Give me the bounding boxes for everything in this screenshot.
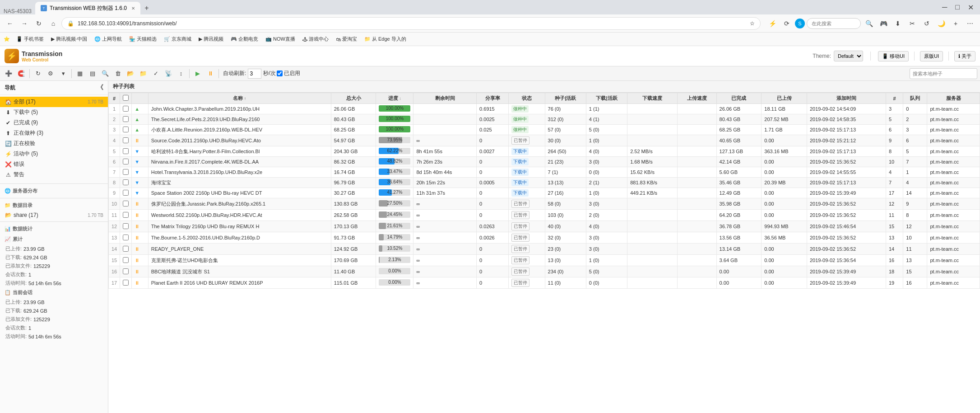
extensions-icon[interactable]: ⚡ <box>766 17 779 30</box>
torrent-name[interactable]: 海绵宝宝 <box>148 178 331 188</box>
move-button[interactable]: 📂 <box>125 68 136 79</box>
game-icon[interactable]: 🎮 <box>877 17 890 30</box>
row-checkbox-cell[interactable] <box>120 104 132 114</box>
close-button[interactable]: ✕ <box>965 3 976 12</box>
forward-button[interactable]: → <box>18 17 31 30</box>
refresh-2-icon[interactable]: ↺ <box>920 17 933 30</box>
theme-select[interactable]: Default <box>834 51 863 61</box>
menu-icon[interactable]: ⋯ <box>964 17 976 30</box>
bookmark-tmall[interactable]: 🏪天猫精选 <box>126 35 159 43</box>
col-status[interactable]: 状态 <box>509 93 545 104</box>
priority-button[interactable]: ↕ <box>175 68 187 79</box>
row-checkbox[interactable] <box>123 223 129 229</box>
download-icon[interactable]: ⬇ <box>892 17 904 30</box>
address-bar[interactable]: 🔒 192.168.50.103:49091/transmission/web/… <box>61 17 761 30</box>
local-search-input[interactable] <box>910 68 977 79</box>
sidebar-item-error[interactable]: ❌ 错误 <box>0 159 108 169</box>
minimize-button[interactable]: ─ <box>939 3 950 12</box>
col-server[interactable]: 服务器 <box>927 93 980 104</box>
more-options-button[interactable]: ▾ <box>57 68 69 79</box>
table-row[interactable]: 1 ▲ John.Wick.Chapter.3.Parabellum.2019.… <box>109 104 980 114</box>
col-ul-speed[interactable]: 上传速度 <box>677 93 716 104</box>
torrent-name[interactable]: Nirvana.in.Fire.II.2017.Complete.4K.WEB-… <box>148 157 331 167</box>
remove-button[interactable]: 🗑 <box>112 68 124 79</box>
row-checkbox[interactable] <box>123 179 129 185</box>
add-magnet-button[interactable]: 🧲 <box>15 68 27 79</box>
row-checkbox-cell[interactable] <box>120 167 132 178</box>
row-checkbox-cell[interactable] <box>120 210 132 221</box>
row-checkbox-cell[interactable] <box>120 135 132 146</box>
col-size[interactable]: 总大小 <box>331 93 376 104</box>
sidebar-item-seeding[interactable]: ⬆ 正在做种 (3) <box>0 128 108 138</box>
refresh-nav-icon[interactable]: ⟳ <box>780 17 793 30</box>
col-dl-speed[interactable]: 下载速度 <box>627 93 678 104</box>
row-checkbox-cell[interactable] <box>120 114 132 125</box>
torrent-name[interactable]: Source.Code.2011.2160p.UHD.BluRay.HEVC.A… <box>148 135 331 146</box>
table-row[interactable]: 11 ⏸ Westworld.S02.2160p.UHD.BluRay.HDR.… <box>109 210 980 221</box>
col-queue-order[interactable]: 队列 <box>903 93 927 104</box>
torrent-name[interactable]: Space Station 2002 2160p UHD Blu-ray HEV… <box>148 188 331 198</box>
sidebar-collapse-button[interactable]: 《 <box>97 84 103 92</box>
bookmark-nav[interactable]: 🌐上网导航 <box>92 35 125 43</box>
bookmark-gaming[interactable]: 🎮企鹅电竞 <box>228 35 261 43</box>
torrent-name[interactable]: 侏罗纪公园合集.Jurassic.Park.BluRay.2160p.x265.… <box>148 198 331 210</box>
torrent-name[interactable]: READY_PLAYER_ONE <box>148 244 331 255</box>
bookmark-taobao[interactable]: 🛍爱淘宝 <box>333 35 360 43</box>
row-checkbox[interactable] <box>123 201 129 206</box>
table-row[interactable]: 6 ▼ Nirvana.in.Fire.II.2017.Complete.4K.… <box>109 157 980 167</box>
search-input[interactable] <box>807 18 861 29</box>
maximize-button[interactable]: □ <box>952 3 962 12</box>
share-icon[interactable]: ✂ <box>906 17 919 30</box>
torrent-name[interactable]: 小欢喜.A.Little.Reunion.2019.2160p.WEB-DL.H… <box>148 125 331 135</box>
row-checkbox-cell[interactable] <box>120 277 132 289</box>
open-folder-button[interactable]: 📁 <box>137 68 149 79</box>
table-row[interactable]: 5 ▼ 哈利波特1-8合集.Harry.Potter.8-Film.Collec… <box>109 146 980 157</box>
sidebar-item-done[interactable]: ✔ 已完成 (9) <box>0 117 108 128</box>
sgrep-icon[interactable]: S <box>795 19 805 28</box>
col-peers[interactable]: 下载|活跃 <box>586 93 627 104</box>
row-checkbox-cell[interactable] <box>120 188 132 198</box>
table-row[interactable]: 8 ▼ 海绵宝宝 96.79 GB 36.64% 20h 15m 22s 0.0… <box>109 178 980 188</box>
row-checkbox-cell[interactable] <box>120 221 132 232</box>
row-checkbox[interactable] <box>123 235 129 240</box>
row-checkbox-cell[interactable] <box>120 178 132 188</box>
row-checkbox-cell[interactable] <box>120 125 132 135</box>
enabled-checkbox-section[interactable]: 已启用 <box>277 70 300 77</box>
col-seeds[interactable]: 种子|活跃 <box>545 93 586 104</box>
col-queue-num[interactable]: # <box>886 93 903 104</box>
bookmark-now[interactable]: 📺NOW直播 <box>263 35 298 43</box>
table-row[interactable]: 7 ▼ Hotel.Transylvania.3.2018.2160p.UHD.… <box>109 167 980 178</box>
torrent-name[interactable]: Planet Earth II 2016 UHD BLURAY REMUX 20… <box>148 277 331 289</box>
table-row[interactable]: 2 ▲ The.Secret.Life.of.Pets.2.2019.UHD.B… <box>109 114 980 125</box>
torrent-name[interactable]: Hotel.Transylvania.3.2018.2160p.UHD.BluR… <box>148 167 331 178</box>
active-tab[interactable]: T Transmission WEB 控制器 1.6.0 ✕ <box>35 2 140 14</box>
torrent-name[interactable]: The.Bourne.1-5.2002-2016.UHD.BluRay.2160… <box>148 232 331 244</box>
torrent-name[interactable]: 哈利波特1-8合集.Harry.Potter.8-Film.Collection… <box>148 146 331 157</box>
torrent-name[interactable]: John.Wick.Chapter.3.Parabellum.2019.2160… <box>148 104 331 114</box>
filter-button[interactable]: 🔍 <box>99 68 111 79</box>
settings-button[interactable]: ⚙ <box>45 68 56 79</box>
sidebar-item-all[interactable]: 🏠 全部 (17) 1.70 TB <box>0 97 108 107</box>
refresh-torrents-button[interactable]: ↻ <box>32 68 44 79</box>
table-row[interactable]: 4 ⏸ Source.Code.2011.2160p.UHD.BluRay.HE… <box>109 135 980 146</box>
table-row[interactable]: 13 ⏸ The.Bourne.1-5.2002-2016.UHD.BluRay… <box>109 232 980 244</box>
col-uploaded[interactable]: 已上传 <box>762 93 807 104</box>
bookmark-video[interactable]: ▶腾讯视频 <box>196 35 226 43</box>
original-ui-button[interactable]: 原版UI <box>920 51 943 61</box>
col-done[interactable]: 已完成 <box>716 93 762 104</box>
sidebar-item-share[interactable]: 📂 share (17) 1.70 TB <box>0 211 108 220</box>
table-row[interactable]: 14 ⏸ READY_PLAYER_ONE 124.92 GB 10.52% ∞… <box>109 244 980 255</box>
table-row[interactable]: 10 ⏸ 侏罗纪公园合集.Jurassic.Park.BluRay.2160p.… <box>109 198 980 210</box>
table-row[interactable]: 3 ▲ 小欢喜.A.Little.Reunion.2019.2160p.WEB-… <box>109 125 980 135</box>
back-button[interactable]: ← <box>4 17 16 30</box>
table-row[interactable]: 16 ⏸ BBC地球频道 沉没城市 S1 11.40 GB 0.00% ∞ 0 … <box>109 266 980 277</box>
bookmark-jd[interactable]: 🛒京东商城 <box>161 35 194 43</box>
row-checkbox-cell[interactable] <box>120 146 132 157</box>
col-progress[interactable]: 进度 <box>376 93 413 104</box>
row-checkbox[interactable] <box>123 190 129 196</box>
mobile-ui-button[interactable]: 📱 移动UI <box>878 51 909 61</box>
sidebar-item-downloading[interactable]: ⬇ 下载中 (5) <box>0 107 108 117</box>
row-checkbox[interactable] <box>123 212 129 218</box>
sidebar-item-active[interactable]: ⚡ 活动中 (5) <box>0 149 108 159</box>
row-checkbox[interactable] <box>123 246 129 252</box>
